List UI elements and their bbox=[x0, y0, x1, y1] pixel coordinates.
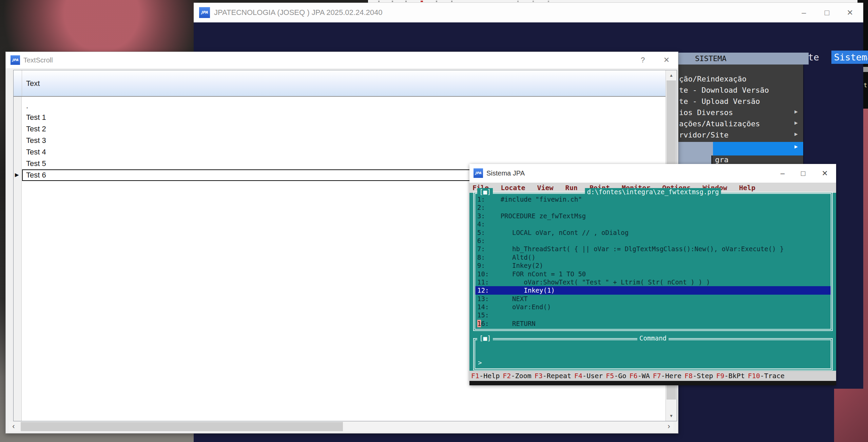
menu-item-te-upload-vers-o[interactable]: te - Upload Versão bbox=[677, 97, 803, 108]
menu-item-highlight: ▶ bbox=[713, 142, 803, 155]
background-window-bar bbox=[863, 67, 868, 72]
maximize-button[interactable]: □ bbox=[823, 8, 831, 17]
submenu-arrow-icon: ▶ bbox=[794, 131, 798, 137]
code-line-2: 2: bbox=[477, 203, 830, 211]
code-line-5: 5: LOCAL oVar, nCont // , oDialog bbox=[477, 228, 830, 237]
sistema-dropdown-menu: SISTEMA ção/Reindexaçãote - Download Ver… bbox=[677, 53, 809, 165]
menu-item-label: ações/Atualizações bbox=[679, 119, 760, 128]
fkey-f2[interactable]: F2-Zoom bbox=[503, 372, 531, 380]
debugger-menu-locate[interactable]: Locate bbox=[501, 184, 525, 192]
list-row-test-3[interactable]: Test 3 bbox=[22, 135, 666, 146]
panel-close-box[interactable]: [■] bbox=[477, 334, 493, 342]
fkey-f10[interactable]: F10-Trace bbox=[748, 372, 785, 380]
grid-column-header[interactable]: Text bbox=[14, 70, 666, 97]
scroll-up-icon[interactable]: ▲ bbox=[666, 73, 677, 78]
submenu-partial-label: gra bbox=[711, 155, 803, 165]
fkey-f3[interactable]: F3-Repeat bbox=[535, 372, 571, 380]
desktop: t JPA JPATECNOLOGIA (JOSEQ ) JPA 2025.02… bbox=[0, 0, 868, 442]
minimize-button[interactable]: – bbox=[780, 169, 785, 178]
code-line-3: 3: PROCEDURE ze_fwTextMsg bbox=[477, 212, 830, 220]
code-line-1: 1: #include "fivewin.ch" bbox=[477, 195, 830, 203]
code-line-13: 13: NEXT bbox=[477, 295, 830, 303]
top-sliver-icons bbox=[378, 1, 380, 2]
fkey-name: F9 bbox=[716, 372, 724, 380]
source-code-lines: 1: #include "fivewin.ch"2:3: PROCEDURE z… bbox=[475, 194, 831, 329]
scroll-down-icon[interactable]: ▼ bbox=[666, 413, 677, 418]
debugger-menu-help[interactable]: Help bbox=[739, 184, 755, 192]
fkey-name: F10 bbox=[748, 372, 760, 380]
debugger-menu-view[interactable]: View bbox=[537, 184, 553, 192]
horizontal-scrollbar-thumb[interactable] bbox=[21, 422, 343, 431]
close-button[interactable]: ✕ bbox=[822, 169, 828, 178]
code-line-4: 4: bbox=[477, 220, 830, 228]
fkey-f9[interactable]: F9-BkPt bbox=[716, 372, 745, 380]
sistema-menu-header: SISTEMA bbox=[677, 53, 809, 65]
menu-item-label: rvidor/Site bbox=[679, 131, 729, 139]
fkey-name: F3 bbox=[535, 372, 543, 380]
close-button[interactable]: ✕ bbox=[660, 52, 673, 68]
app-logo-icon: JPA bbox=[11, 55, 20, 65]
menu-item-label: ios Diversos bbox=[679, 108, 733, 117]
fkey-name: F8 bbox=[684, 372, 693, 380]
menu-item-label: te - Upload Versão bbox=[679, 97, 760, 106]
fkey-name: F7 bbox=[653, 372, 661, 380]
fkey-action: -WA bbox=[638, 372, 650, 380]
fkey-action: -User bbox=[582, 372, 603, 380]
menu-item-label: ção/Reindexação bbox=[679, 75, 747, 83]
debug-cursor-block: 1 bbox=[477, 320, 481, 327]
current-record-marker: ▶ bbox=[15, 172, 19, 178]
command-panel[interactable]: [■] Command > bbox=[473, 338, 833, 370]
code-line-11: 11: oVar:ShowText( "Test " + Ltrim( Str(… bbox=[477, 278, 830, 286]
fkey-action: -Here bbox=[661, 372, 681, 380]
main-window-controls: – □ ✕ bbox=[800, 3, 854, 22]
scroll-left-icon[interactable]: ‹ bbox=[9, 422, 18, 431]
source-code-panel: [■] d:\fontes\integra\ze_fwtextmsg.prg 1… bbox=[473, 192, 833, 331]
horizontal-scrollbar[interactable]: ‹ › bbox=[9, 422, 673, 431]
fkey-f5[interactable]: F5-Go bbox=[606, 372, 626, 380]
close-button[interactable]: ✕ bbox=[846, 8, 854, 17]
function-key-bar: F1-HelpF2-ZoomF3-RepeatF4-UserF5-GoF6-WA… bbox=[469, 371, 836, 381]
maximize-button[interactable]: □ bbox=[801, 169, 805, 178]
list-row-test-1[interactable]: Test 1 bbox=[22, 112, 666, 123]
menubar-item-sistema[interactable]: Sistema bbox=[831, 51, 868, 64]
scroll-right-icon[interactable]: › bbox=[664, 422, 673, 431]
fkey-name: F6 bbox=[630, 372, 638, 380]
fkey-f8[interactable]: F8-Step bbox=[684, 372, 713, 380]
fkey-action: -Help bbox=[479, 372, 500, 380]
fkey-f4[interactable]: F4-User bbox=[574, 372, 603, 380]
submenu-left-fragment bbox=[677, 155, 711, 165]
menu-item-te-download-vers-o[interactable]: te - Download Versão bbox=[677, 86, 803, 97]
main-titlebar[interactable]: JPA JPATECNOLOGIA (JOSEQ ) JPA 2025.02.2… bbox=[194, 3, 863, 22]
menu-item-rvidor-site[interactable]: rvidor/Site▶ bbox=[677, 131, 803, 142]
textscroll-titlebar[interactable]: JPA TextScroll ? ✕ bbox=[6, 52, 678, 68]
debugger-menu-run[interactable]: Run bbox=[565, 184, 578, 192]
textscroll-title: TextScroll bbox=[23, 52, 53, 68]
fkey-action: -BkPt bbox=[724, 372, 745, 380]
debugger-titlebar[interactable]: JPA Sistema JPA – □ ✕ bbox=[469, 164, 836, 183]
top-window-sliver bbox=[368, 0, 857, 3]
fkey-f1[interactable]: F1-Help bbox=[471, 372, 500, 380]
list-row-test-2[interactable]: Test 2 bbox=[22, 123, 666, 135]
fkey-f7[interactable]: F7-Here bbox=[653, 372, 681, 380]
menu-item-a-es-atualiza-es[interactable]: ações/Atualizações▶ bbox=[677, 119, 803, 131]
command-prompt: > bbox=[478, 359, 482, 366]
minimize-button[interactable]: – bbox=[800, 8, 808, 17]
list-row-test-4[interactable]: Test 4 bbox=[22, 146, 666, 158]
help-button[interactable]: ? bbox=[636, 52, 650, 68]
background-partial-text: t bbox=[864, 81, 868, 90]
code-line-9: 9: Inkey(2) bbox=[477, 261, 830, 270]
menu-item-selected[interactable]: ▶ bbox=[677, 142, 803, 155]
code-line-7: 7: hb_ThreadStart( { || oVar := DlgTextM… bbox=[477, 245, 830, 253]
fkey-name: F2 bbox=[503, 372, 511, 380]
wallpaper-corner bbox=[834, 389, 868, 442]
debugger-window-controls: – □ ✕ bbox=[780, 164, 828, 183]
code-line-6: 6: bbox=[477, 237, 830, 245]
fkey-f6[interactable]: F6-WA bbox=[630, 372, 650, 380]
list-row--[interactable]: . bbox=[22, 100, 666, 112]
header-divider bbox=[22, 70, 22, 96]
menu-item-ios-diversos[interactable]: ios Diversos▶ bbox=[677, 108, 803, 119]
submenu-arrow-icon: ▶ bbox=[794, 119, 798, 126]
code-line-10: 10: FOR nCont = 1 TO 50 bbox=[477, 270, 830, 278]
sistema-menu-panel: ção/Reindexaçãote - Download Versãote - … bbox=[677, 65, 803, 165]
menu-item--o-reindexa-o[interactable]: ção/Reindexação bbox=[677, 75, 803, 86]
